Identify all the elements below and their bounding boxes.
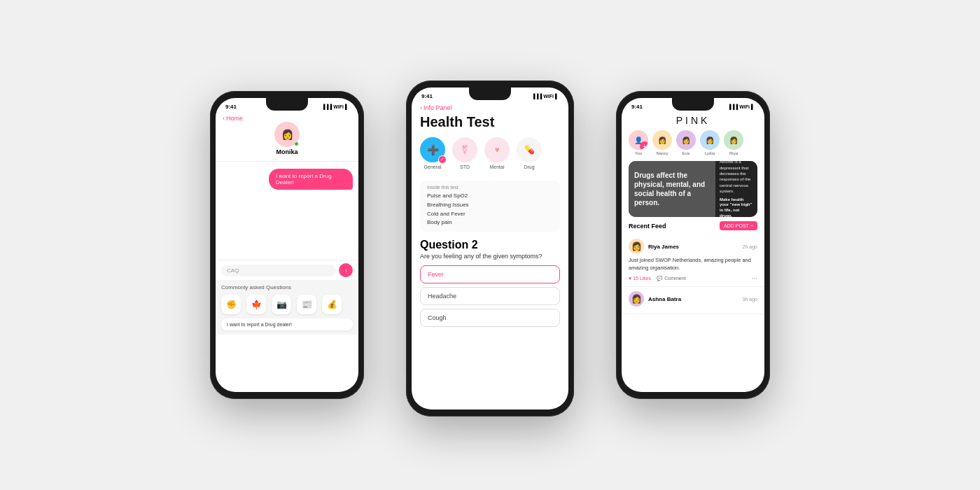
faq-title: Commonly asked Questions <box>221 284 353 290</box>
story-avatar-lydia: 👩 <box>700 130 720 150</box>
banner-main-text: Drugs affect the physical, mental, and s… <box>634 171 710 207</box>
story-lydia[interactable]: 👩 Lydia <box>700 130 720 155</box>
check-badge: ✓ <box>438 155 447 164</box>
add-post-button[interactable]: ADD POST + <box>720 221 757 230</box>
post-time-2: 3h ago <box>743 297 757 302</box>
health-header: ‹ Info Panel Health Test ➕ ✓ General ⚧ <box>412 102 568 181</box>
faq-suggestion[interactable]: I want to report a Drug dealer! <box>221 318 353 330</box>
story-name-lydia: Lydia <box>705 151 715 155</box>
banner-cta-text: Make health your "new high" in life, not… <box>720 197 753 217</box>
pink-header: PINK <box>622 112 764 130</box>
faq-icon-money[interactable]: 💰 <box>322 295 342 314</box>
story-avatar-eva: 👩 <box>676 130 696 150</box>
banner-side-text: Alcohol is a depressant that decreases t… <box>720 161 753 195</box>
comment-button-1[interactable]: 💬 Comment <box>657 276 685 281</box>
plus-icon-post: + <box>750 223 753 228</box>
add-post-label: ADD POST <box>724 223 749 228</box>
avatar-emoji: 👩 <box>281 129 293 140</box>
chat-input[interactable]: CAQ <box>221 265 336 276</box>
inside-label: Inside this test <box>427 185 553 190</box>
category-std[interactable]: ⚧ STD <box>452 137 477 169</box>
story-avatar-you: 👤 + <box>629 130 648 150</box>
send-button[interactable]: ↑ <box>339 263 353 277</box>
battery-icon: ▌ <box>345 104 349 109</box>
faq-icon-marijuana[interactable]: 🍁 <box>246 295 266 314</box>
faq-icon-photo[interactable]: 📷 <box>272 295 291 314</box>
post-author-2: Ashna Batra <box>648 296 738 302</box>
category-mental[interactable]: ♥ Mental <box>484 137 510 169</box>
inside-test-box: Inside this test Pulse and SpO2 Breathin… <box>420 181 560 232</box>
faq-icon-news[interactable]: 📰 <box>297 295 316 314</box>
user-message-bubble: I want to report a Drug Dealer! <box>269 169 353 190</box>
inside-item-3: Cold and Fever <box>427 210 553 219</box>
story-avatar-nancy: 👩 <box>652 130 672 150</box>
phone-1-chat: 9:41 ▐▐▐ WiFi ▌ ‹ Home 👩 Monika I want t… <box>210 91 364 399</box>
chat-avatar: 👩 <box>274 122 300 147</box>
comment-icon: 💬 <box>657 276 663 281</box>
more-options-1[interactable]: ··· <box>752 274 757 282</box>
drug-label: Drug <box>524 164 534 169</box>
signal-icon: ▐▐▐ <box>321 104 332 109</box>
notch-2 <box>469 88 511 100</box>
feed-banner: Drugs affect the physical, mental, and s… <box>629 161 757 217</box>
health-back-button[interactable]: ‹ Info Panel <box>420 104 560 111</box>
notch-1 <box>266 98 308 111</box>
story-nancy[interactable]: 👩 Nancy <box>652 130 672 155</box>
faq-icon-drugs[interactable]: ✊ <box>221 295 241 314</box>
symptom-fever[interactable]: Fever <box>420 265 560 284</box>
drug-icon: 💊 <box>517 137 542 162</box>
status-time-1: 9:41 <box>225 104 237 110</box>
std-label: STD <box>460 164 470 169</box>
story-riya[interactable]: 👩 Riya <box>724 130 743 155</box>
post-author-1: Riya James <box>648 244 738 250</box>
symptom-cough[interactable]: Cough <box>420 309 560 327</box>
mental-label: Mental <box>489 164 504 169</box>
online-indicator <box>294 141 299 146</box>
wifi-icon-2: WiFi <box>543 94 554 99</box>
mental-icon: ♥ <box>484 137 510 162</box>
story-name-nancy: Nancy <box>656 151 668 155</box>
back-label-2: Info Panel <box>424 104 452 111</box>
category-general[interactable]: ➕ ✓ General <box>420 137 445 169</box>
inside-item-1: Pulse and SpO2 <box>427 192 553 201</box>
battery-icon-3: ▌ <box>751 104 755 109</box>
back-chevron-icon: ‹ <box>223 115 225 122</box>
likes-button-1[interactable]: ♥ 15 Likes <box>629 276 651 281</box>
post-header-2: 👩 Ashna Batra 3h ago <box>629 291 757 307</box>
status-icons-2: ▐▐▐ WiFi ▌ <box>531 94 559 99</box>
general-icon: ➕ ✓ <box>420 137 445 162</box>
symptom-headache[interactable]: Headache <box>420 287 560 305</box>
post-time-1: 2h ago <box>743 244 757 249</box>
story-name-eva: Eva <box>682 151 690 155</box>
std-icon: ⚧ <box>452 137 477 162</box>
pink-logo: PINK <box>630 115 756 126</box>
recent-feed-title: Recent Feed <box>629 223 666 230</box>
post-avatar-ashna: 👩 <box>629 291 644 307</box>
question-section: Question 2 Are you feeling any of the gi… <box>412 239 568 327</box>
status-time-3: 9:41 <box>631 104 643 110</box>
chat-header: ‹ Home 👩 Monika <box>216 112 358 162</box>
story-avatar-riya: 👩 <box>724 130 743 150</box>
headache-label: Headache <box>428 293 456 300</box>
post-actions-1: ♥ 15 Likes 💬 Comment ··· <box>629 274 757 282</box>
general-label: General <box>424 164 442 169</box>
story-eva[interactable]: 👩 Eva <box>676 130 696 155</box>
comment-label-1: Comment <box>664 276 685 281</box>
banner-side: Alcohol is a depressant that decreases t… <box>715 161 757 217</box>
post-header-1: 👩 Riya James 2h ago <box>629 239 757 254</box>
health-test-title: Health Test <box>420 114 560 130</box>
story-name-you: You <box>635 151 642 155</box>
chat-back-button[interactable]: ‹ Home <box>216 115 250 122</box>
category-drug[interactable]: 💊 Drug <box>517 137 542 169</box>
recent-feed-header: Recent Feed ADD POST + <box>622 221 764 234</box>
add-story-icon: + <box>640 141 648 150</box>
battery-icon-2: ▌ <box>555 94 559 99</box>
story-you[interactable]: 👤 + You <box>629 130 648 155</box>
status-icons-1: ▐▐▐ WiFi ▌ <box>321 104 349 109</box>
back-label: Home <box>226 115 243 122</box>
chat-user-name: Monika <box>276 148 298 155</box>
wifi-icon: WiFi <box>333 104 344 109</box>
chat-messages-area: I want to report a Drug Dealer! <box>216 162 358 260</box>
likes-count-1: 15 Likes <box>633 276 651 281</box>
signal-icon-2: ▐▐▐ <box>531 94 542 99</box>
